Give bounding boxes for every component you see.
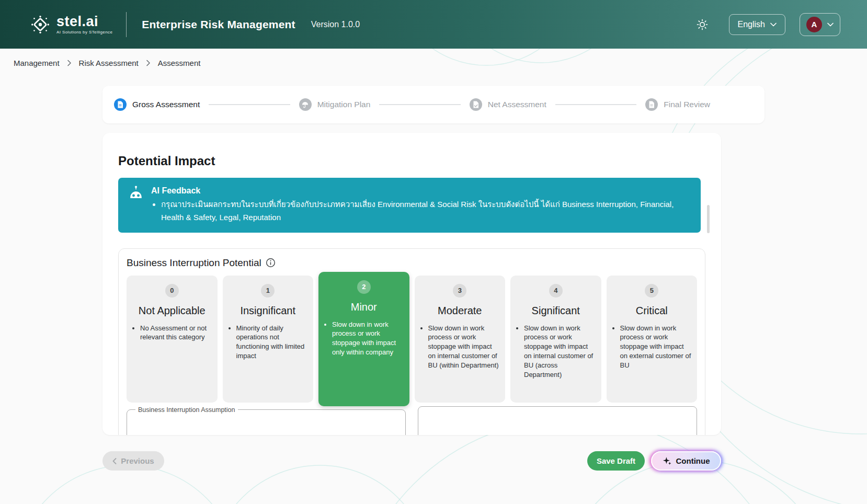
step-label: Final Review	[664, 100, 710, 109]
option-score-badge: 5	[645, 284, 658, 297]
continue-label: Continue	[676, 456, 710, 465]
business-interruption-section: Business Interruption Potential 0 Not Ap…	[118, 248, 705, 436]
stelai-logo-icon	[29, 14, 51, 36]
step-label: Gross Assessment	[132, 100, 200, 109]
header-divider	[126, 12, 127, 37]
brand-tagline: AI Solutions by STelligence	[56, 30, 112, 35]
option-score-badge: 4	[549, 284, 563, 297]
chevron-down-icon	[827, 22, 834, 27]
chevron-left-icon	[112, 458, 117, 464]
sun-icon	[696, 18, 709, 31]
option-description: Slow down in work process or work stoppa…	[620, 324, 692, 371]
option-description: Slow down in work process or work stoppa…	[524, 324, 596, 380]
document-icon	[117, 101, 123, 108]
app-version: Version 1.0.0	[311, 20, 360, 29]
step-final-review[interactable]: Final Review	[645, 98, 710, 111]
option-description: Minority of daily operations not functio…	[236, 324, 309, 361]
brand-name: stel.ai	[56, 15, 112, 29]
assessment-stepper: Gross Assessment Mitigation Plan Net Ass…	[102, 86, 765, 123]
impact-option-5-critical[interactable]: 5 Critical Slow down in work process or …	[607, 276, 698, 403]
breadcrumb-management[interactable]: Management	[14, 59, 60, 67]
impact-option-1-insignificant[interactable]: 1 Insignificant Minority of daily operat…	[223, 276, 314, 403]
business-interruption-assumption-field[interactable]: Business Interruption Assumption	[127, 406, 406, 436]
language-label: English	[738, 20, 765, 29]
impact-option-4-significant[interactable]: 4 Significant Slow down in work process …	[510, 276, 601, 403]
app-header: stel.ai AI Solutions by STelligence Ente…	[0, 0, 867, 49]
impact-option-3-moderate[interactable]: 3 Moderate Slow down in work process or …	[415, 276, 506, 403]
option-title: Insignificant	[223, 305, 314, 317]
option-title: Critical	[607, 305, 698, 317]
additional-field[interactable]	[418, 406, 697, 436]
avatar: A	[806, 17, 822, 32]
previous-label: Previous	[121, 456, 154, 465]
footer-actions: Previous Save Draft Continue	[102, 451, 721, 471]
user-menu[interactable]: A	[800, 13, 840, 36]
impact-option-2-minor-selected[interactable]: 2 Minor Slow down in work process or wor…	[318, 272, 409, 406]
step-connector	[379, 104, 460, 105]
option-title: Significant	[510, 305, 601, 317]
sparkle-icon	[663, 456, 672, 466]
step-label: Net Assessment	[488, 100, 546, 109]
step-connector	[209, 104, 290, 105]
option-score-badge: 0	[165, 284, 179, 297]
save-draft-button[interactable]: Save Draft	[587, 451, 645, 471]
option-score-badge: 1	[261, 284, 275, 297]
option-description: Slow down in work process or work stoppa…	[428, 324, 500, 371]
ai-feedback-banner: AI Feedback กรุณาประเมินผลกระทบในระบบที่…	[118, 178, 701, 233]
language-selector[interactable]: English	[729, 14, 785, 35]
document-check-icon	[473, 101, 479, 108]
brand-logo: stel.ai AI Solutions by STelligence	[29, 14, 112, 36]
step-circle	[470, 98, 482, 111]
option-score-badge: 3	[453, 284, 466, 297]
ai-feedback-message: กรุณาประเมินผลกระทบในระบบที่เกี่ยวข้องกั…	[161, 198, 690, 224]
umbrella-icon	[302, 101, 309, 108]
option-title: Minor	[318, 301, 409, 313]
field-label: Business Interruption Assumption	[135, 406, 238, 414]
theme-toggle-button[interactable]	[694, 16, 711, 33]
info-icon	[266, 258, 276, 268]
ai-feedback-title: AI Feedback	[151, 186, 690, 196]
section-title: Business Interruption Potential	[127, 257, 261, 269]
app-title: Enterprise Risk Management	[142, 18, 295, 31]
option-title: Moderate	[415, 305, 506, 317]
step-connector	[555, 104, 636, 105]
step-label: Mitigation Plan	[317, 100, 371, 109]
step-net-assessment[interactable]: Net Assessment	[470, 98, 546, 111]
chevron-right-icon	[67, 60, 72, 66]
scrollbar-thumb[interactable]	[707, 205, 710, 233]
save-draft-label: Save Draft	[597, 456, 635, 465]
breadcrumb: Management Risk Assessment Assessment	[14, 59, 867, 67]
impact-options: 0 Not Applicable No Assessment or not re…	[127, 276, 697, 406]
breadcrumb-risk-assessment[interactable]: Risk Assessment	[79, 59, 139, 67]
step-circle	[299, 98, 312, 111]
previous-button[interactable]: Previous	[102, 451, 164, 471]
option-description: No Assessment or not relevant this categ…	[140, 324, 212, 342]
continue-button[interactable]: Continue	[651, 451, 721, 471]
document-icon	[648, 101, 655, 108]
step-gross-assessment[interactable]: Gross Assessment	[114, 98, 200, 111]
option-description: Slow down in work process or work stoppa…	[332, 320, 404, 358]
page-title: Potential Impact	[118, 154, 705, 168]
step-mitigation-plan[interactable]: Mitigation Plan	[299, 98, 371, 111]
breadcrumb-assessment: Assessment	[158, 59, 201, 67]
chevron-right-icon	[146, 60, 151, 66]
option-score-badge: 2	[357, 280, 371, 294]
info-button[interactable]	[266, 258, 276, 268]
robot-icon	[129, 186, 143, 199]
page: stel.ai AI Solutions by STelligence Ente…	[0, 0, 867, 504]
step-circle	[645, 98, 658, 111]
gross-assessment-card: Potential Impact AI Feedback กรุณาประเมิ…	[102, 133, 721, 435]
impact-option-0-not-applicable[interactable]: 0 Not Applicable No Assessment or not re…	[127, 276, 218, 403]
step-circle	[114, 98, 127, 111]
chevron-down-icon	[770, 22, 777, 27]
option-title: Not Applicable	[127, 305, 218, 317]
